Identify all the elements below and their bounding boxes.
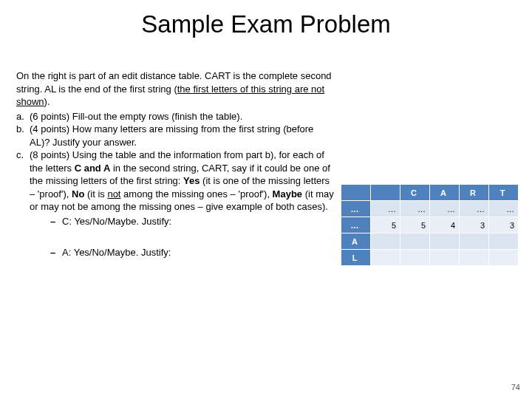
row2-label: … — [341, 217, 371, 233]
dash-icon: – — [50, 215, 62, 228]
cell — [400, 250, 430, 266]
c-t2: C and A — [75, 163, 111, 174]
page-title: Sample Exam Problem — [0, 10, 532, 38]
cell: … — [489, 201, 519, 217]
table-row: … 5 5 4 3 3 — [341, 217, 519, 233]
sub-a-text: A: Yes/No/Maybe. Justify: — [62, 246, 171, 259]
table-row: … … … … … … — [341, 201, 519, 217]
table-row: A — [341, 233, 519, 250]
cell — [489, 250, 519, 266]
sub-a: – A: Yes/No/Maybe. Justify: — [50, 246, 335, 259]
hdr-R: R — [460, 185, 489, 201]
hdr-A: A — [430, 185, 460, 201]
row3-label: A — [341, 233, 371, 250]
hdr-C: C — [400, 185, 430, 201]
prose-block: On the right is part of an edit distance… — [16, 69, 335, 259]
cell: … — [371, 201, 400, 217]
cell: 5 — [371, 217, 400, 233]
row4-label: L — [341, 250, 371, 266]
item-b: b. (4 points) How many letters are missi… — [16, 123, 335, 149]
label-a: a. — [16, 110, 30, 123]
item-a: a. (6 points) Fill-out the empty rows (f… — [16, 110, 335, 123]
cell: … — [460, 201, 489, 217]
table-header-row: C A R T — [341, 185, 519, 201]
hdr-0 — [341, 185, 371, 201]
cell: 4 — [430, 217, 460, 233]
sub-c-text: C: Yes/No/Maybe. Justify: — [62, 215, 171, 228]
item-c: c. (8 points) Using the table and the in… — [16, 149, 335, 228]
table: C A R T … … … … … … … 5 5 4 3 3 — [341, 184, 519, 266]
cell — [400, 233, 430, 250]
c-t10: Maybe — [273, 188, 302, 200]
row1-label: … — [341, 201, 371, 217]
cell — [430, 233, 460, 250]
body-c: (8 points) Using the table and the infor… — [30, 149, 335, 228]
cell — [371, 250, 400, 266]
edit-distance-table: C A R T … … … … … … … 5 5 4 3 3 — [341, 184, 519, 266]
table-row: L — [341, 250, 519, 266]
c-t4: Yes — [183, 175, 200, 186]
intro-t3: ). — [44, 96, 50, 107]
cell — [430, 250, 460, 266]
hdr-1 — [371, 185, 400, 201]
cell: 3 — [460, 217, 489, 233]
cell — [460, 233, 489, 250]
label-b: b. — [16, 123, 30, 149]
cell: 5 — [400, 217, 430, 233]
body-b: (4 points) How many letters are missing … — [30, 123, 335, 149]
body-a: (6 points) Fill-out the empty rows (fini… — [30, 110, 335, 123]
sub-c: – C: Yes/No/Maybe. Justify: — [50, 215, 335, 228]
c-t7: (it is — [84, 188, 107, 200]
content-row: On the right is part of an edit distance… — [0, 69, 532, 266]
cell — [489, 233, 519, 250]
c-t9: among the missing ones – 'proof'), — [120, 188, 272, 200]
page-number: 74 — [511, 383, 520, 392]
cell — [460, 250, 489, 266]
cell: … — [400, 201, 430, 217]
hdr-T: T — [489, 185, 519, 201]
c-t8: not — [107, 188, 120, 200]
dash-icon: – — [50, 246, 62, 259]
c-t6: No — [72, 188, 84, 200]
cell — [371, 233, 400, 250]
intro-text: On the right is part of an edit distance… — [16, 69, 335, 109]
cell: 3 — [489, 217, 519, 233]
cell: … — [430, 201, 460, 217]
label-c: c. — [16, 149, 30, 228]
